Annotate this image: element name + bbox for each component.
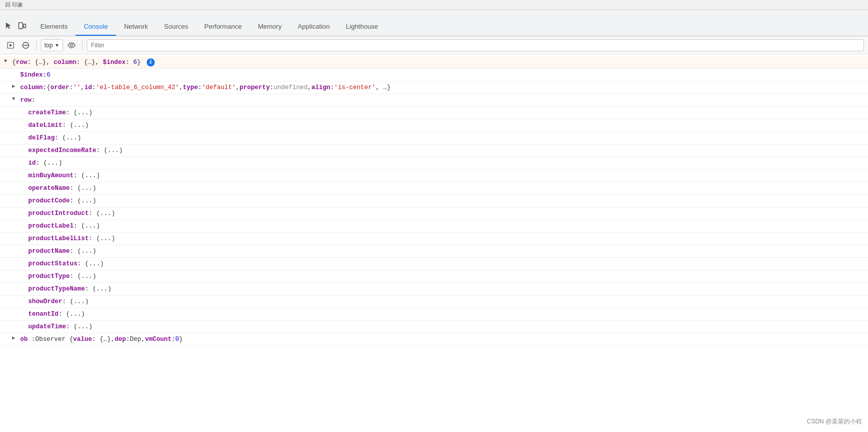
toolbar-separator-2	[82, 41, 83, 50]
log-line-productTypeName: productTypeName: (...)	[0, 283, 868, 296]
log-line-column: column: { order: '', id: 'el-table_6_col…	[0, 82, 868, 94]
log-line-expectedIncomeRate: expectedIncomeRate: (...)	[0, 145, 868, 157]
log-line-id: id: (...)	[0, 157, 868, 170]
toggle-ob[interactable]	[12, 334, 18, 342]
log-line-createTime: createTime: (...)	[0, 107, 868, 119]
clear-icon[interactable]	[19, 39, 32, 52]
tab-sources[interactable]: Sources	[156, 18, 197, 36]
tab-memory[interactable]: Memory	[250, 18, 290, 36]
console-content: {row: {…}, column: {…}, $index: 6} i $in…	[0, 54, 868, 432]
filter-input[interactable]	[87, 39, 864, 51]
devtools-tabs: Elements Console Network Sources Perform…	[0, 10, 868, 36]
toolbar-separator-1	[36, 41, 37, 50]
svg-point-2	[21, 28, 21, 28]
log-line-operateName: operateName: (...)	[0, 182, 868, 195]
log-line-productName: productName: (...)	[0, 245, 868, 258]
tab-console[interactable]: Console	[76, 18, 116, 36]
log-line-row: row:	[0, 94, 868, 107]
tab-application[interactable]: Application	[290, 18, 338, 36]
log-line-productLabelList: productLabelList: (...)	[0, 233, 868, 245]
row-key: row:	[20, 95, 35, 105]
watermark: CSDN @菜菜的小程	[807, 417, 862, 426]
column-key: column:	[20, 83, 47, 93]
index-key: $index:	[20, 70, 47, 80]
toggle-root[interactable]	[4, 57, 10, 65]
toggle-row[interactable]	[12, 95, 18, 103]
log-line-updateTime: updateTime: (...)	[0, 321, 868, 333]
cursor-icon[interactable]	[4, 21, 14, 31]
log-line-minBuyAmount: minBuyAmount: (...)	[0, 170, 868, 182]
log-line-tenantId: tenantId: (...)	[0, 308, 868, 321]
log-line-delFlag: delFlag: (...)	[0, 132, 868, 145]
log-line-dateLimit: dateLimit: (...)	[0, 119, 868, 132]
log-line-productLabel: productLabel: (...)	[0, 220, 868, 233]
log-line-productCode: productCode: (...)	[0, 195, 868, 207]
tab-lighthouse[interactable]: Lighthouse	[338, 18, 386, 36]
root-text: {row: {…}, column: {…}, $index: 6} i	[12, 57, 155, 67]
device-icon[interactable]	[17, 21, 27, 31]
log-line-productType: productType: (...)	[0, 270, 868, 283]
context-selector[interactable]: top ▼	[41, 39, 63, 51]
console-toolbar: top ▼	[0, 36, 868, 54]
info-icon[interactable]: i	[147, 58, 155, 66]
chevron-down-icon: ▼	[55, 43, 59, 48]
log-line-productIntroduct: productIntroduct: (...)	[0, 207, 868, 220]
svg-rect-1	[24, 24, 26, 28]
index-value: 6	[47, 70, 51, 80]
tab-performance[interactable]: Performance	[196, 18, 250, 36]
execute-icon[interactable]	[4, 39, 17, 52]
log-line-showOrder: showOrder: (...)	[0, 296, 868, 308]
eye-icon[interactable]	[65, 39, 78, 52]
top-bar-title: 回 印象	[5, 1, 23, 9]
devtools-icon-area	[4, 21, 32, 36]
log-line-root: {row: {…}, column: {…}, $index: 6} i	[0, 56, 868, 69]
toggle-column[interactable]	[12, 83, 18, 91]
log-line-productStatus: productStatus: (...)	[0, 258, 868, 270]
svg-point-6	[70, 44, 72, 46]
log-line-index: $index: 6	[0, 69, 868, 82]
log-line-ob: ob : Observer {value: {…}, dep: Dep, vmC…	[0, 333, 868, 346]
tab-network[interactable]: Network	[116, 18, 156, 36]
tab-elements[interactable]: Elements	[32, 18, 76, 36]
top-bar: 回 印象	[0, 0, 868, 10]
context-label: top	[44, 42, 53, 49]
